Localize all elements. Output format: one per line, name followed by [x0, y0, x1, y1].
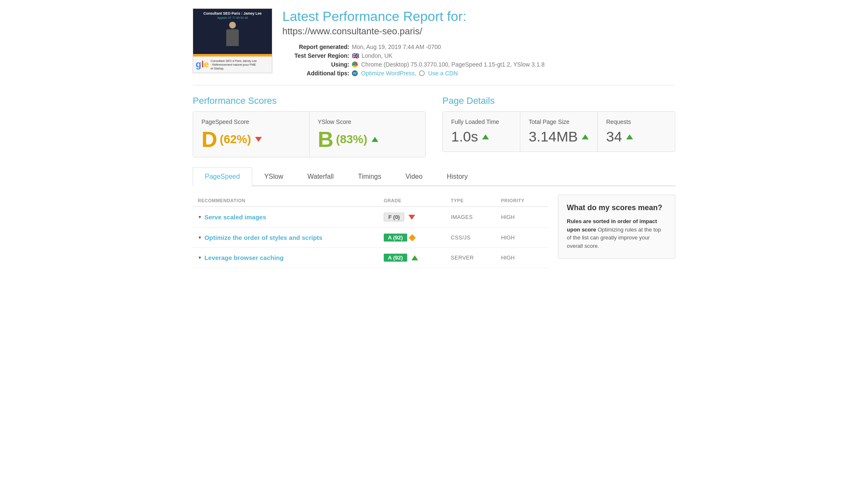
meta-row-tips: Additional tips: W Optimize WordPress, U…: [282, 70, 675, 77]
region-value: London, UK: [362, 52, 393, 59]
rec-optimize-order[interactable]: ▼ Optimize the order of styles and scrip…: [198, 234, 384, 241]
rec-serve-scaled-images[interactable]: ▼ Serve scaled images: [198, 213, 384, 221]
tab-pagespeed[interactable]: PageSpeed: [193, 167, 252, 186]
grade-badge-a: A (92): [384, 234, 407, 242]
thumbnail-site-name: Consultant SEO Paris : Jamey Lee: [196, 11, 269, 15]
thumbnail-phone: Appeler 07 77 85 93 48: [196, 16, 269, 19]
tab-yslow[interactable]: YSlow: [252, 167, 295, 185]
yslow-value: B (83%): [318, 129, 417, 150]
table-row: ▼ Serve scaled images F (0) IMAGES HIGH: [193, 207, 548, 228]
generated-value: Mon, Aug 19, 2019 7:44 AM -0700: [352, 44, 441, 50]
recommendations-table: Recommendation Grade Type Priority ▼ Ser…: [193, 195, 548, 268]
pagespeed-score-card: PageSpeed Score D (62%): [193, 112, 310, 157]
tab-timings[interactable]: Timings: [346, 167, 393, 185]
page-size-label: Total Page Size: [529, 118, 589, 125]
expand-arrow: ▼: [198, 215, 202, 219]
yslow-label: YSlow Score: [318, 118, 417, 125]
requests-value: 34: [606, 129, 666, 145]
pagespeed-letter: D: [202, 129, 217, 150]
page-details-title: Page Details: [442, 95, 675, 106]
priority-optimize-order: HIGH: [501, 234, 543, 241]
grade-serve-scaled: F (0): [384, 213, 451, 221]
sidebar-desc: Rules are sorted in order of impact upon…: [567, 217, 666, 250]
tab-video[interactable]: Video: [393, 167, 435, 185]
tip-2[interactable]: Use a CDN: [428, 70, 458, 77]
region-label: Test Server Region:: [282, 52, 349, 59]
scores-section: Performance Scores PageSpeed Score D (62…: [193, 95, 675, 157]
report-title: Latest Performance Report for:: [282, 8, 675, 24]
tabs-section: PageSpeed YSlow Waterfall Timings Video …: [193, 167, 675, 186]
person-head: [229, 22, 236, 28]
performance-scores: Performance Scores PageSpeed Score D (62…: [193, 95, 426, 157]
expand-arrow: ▼: [198, 235, 202, 240]
table-row: ▼ Leverage browser caching A (92) SERVER…: [193, 248, 548, 268]
pagespeed-label: PageSpeed Score: [202, 118, 301, 125]
globe-icon: [419, 70, 425, 76]
page-container: Consultant SEO Paris : Jamey Lee Appeler…: [183, 0, 685, 276]
header-section: Consultant SEO Paris : Jamey Lee Appeler…: [193, 8, 675, 85]
loaded-time-trend: [482, 134, 489, 139]
grade-badge-a2: A (92): [384, 254, 407, 262]
performance-scores-title: Performance Scores: [193, 95, 426, 106]
report-meta: Report generated: Mon, Aug 19, 2019 7:44…: [282, 44, 675, 77]
pagespeed-percent: (62%): [220, 133, 251, 146]
using-value: Chrome (Desktop) 75.0.3770.100, PageSpee…: [361, 61, 545, 68]
tabs: PageSpeed YSlow Waterfall Timings Video …: [193, 167, 675, 186]
requests-trend: [626, 134, 633, 139]
pagespeed-value: D (62%): [202, 129, 301, 150]
flag-icon: 🇬🇧: [352, 52, 359, 59]
loaded-time-value: 1.0s: [451, 129, 512, 145]
requests-label: Requests: [606, 118, 666, 125]
loaded-time-label: Fully Loaded Time: [451, 118, 512, 125]
sidebar-box: What do my scores mean? Rules are sorted…: [558, 195, 675, 259]
expand-arrow: ▼: [198, 255, 202, 260]
page-size-value: 3.14MB: [529, 129, 589, 145]
site-thumbnail: Consultant SEO Paris : Jamey Lee Appeler…: [193, 8, 272, 73]
tab-history[interactable]: History: [435, 167, 480, 185]
pagespeed-trend-down: [255, 137, 262, 142]
page-size-trend: [582, 134, 589, 139]
grade-browser-caching: A (92): [384, 254, 451, 262]
diamond-icon: [408, 234, 416, 241]
meta-row-region: Test Server Region: 🇬🇧 London, UK: [282, 52, 675, 59]
yslow-score-card: YSlow Score B (83%): [310, 112, 426, 157]
page-details: Page Details Fully Loaded Time 1.0s Tota…: [442, 95, 675, 152]
report-info: Latest Performance Report for: https://w…: [282, 8, 675, 77]
chrome-icon: [352, 62, 358, 67]
tip-1[interactable]: Optimize WordPress,: [361, 70, 416, 77]
th-grade: Grade: [384, 198, 451, 203]
yslow-percent: (83%): [336, 133, 367, 146]
type-optimize-order: CSS/JS: [451, 234, 501, 241]
rec-browser-caching[interactable]: ▼ Leverage browser caching: [198, 254, 384, 261]
sidebar-title: What do my scores mean?: [567, 203, 666, 212]
yslow-letter: B: [318, 129, 334, 150]
generated-label: Report generated:: [282, 44, 349, 50]
grade-trend-up: [411, 255, 418, 260]
page-detail-cards: Fully Loaded Time 1.0s Total Page Size 3…: [442, 111, 675, 152]
th-recommendation: Recommendation: [198, 198, 384, 203]
wordpress-icon[interactable]: W: [352, 70, 358, 76]
report-url: https://www.consultante-seo.paris/: [282, 26, 675, 37]
thumbnail-top: Consultant SEO Paris : Jamey Lee Appeler…: [193, 9, 272, 54]
grade-badge-f: F (0): [384, 213, 404, 221]
table-header: Recommendation Grade Type Priority: [193, 195, 548, 207]
person-body: [226, 29, 239, 46]
type-serve-scaled: IMAGES: [451, 214, 501, 220]
score-cards: PageSpeed Score D (62%) YSlow Score B (8…: [193, 111, 426, 157]
meta-row-generated: Report generated: Mon, Aug 19, 2019 7:44…: [282, 44, 675, 50]
type-browser-caching: SERVER: [451, 255, 501, 261]
loaded-time-card: Fully Loaded Time 1.0s: [443, 112, 520, 152]
meta-row-using: Using: Chrome (Desktop) 75.0.3770.100, P…: [282, 61, 675, 68]
grade-optimize-order: A (92): [384, 234, 451, 242]
grade-trend-down: [408, 215, 415, 220]
thumbnail-desc: Consultant SEO à Paris Jamey Lee : Référ…: [211, 59, 257, 70]
priority-browser-caching: HIGH: [501, 255, 543, 261]
tips-label: Additional tips:: [282, 70, 349, 77]
yslow-trend-up: [372, 137, 378, 142]
page-size-card: Total Page Size 3.14MB: [520, 112, 598, 152]
th-priority: Priority: [501, 198, 543, 203]
th-type: Type: [451, 198, 501, 203]
tab-waterfall[interactable]: Waterfall: [295, 167, 346, 185]
requests-card: Requests 34: [598, 112, 675, 152]
recommendations-area: Recommendation Grade Type Priority ▼ Ser…: [193, 195, 675, 268]
